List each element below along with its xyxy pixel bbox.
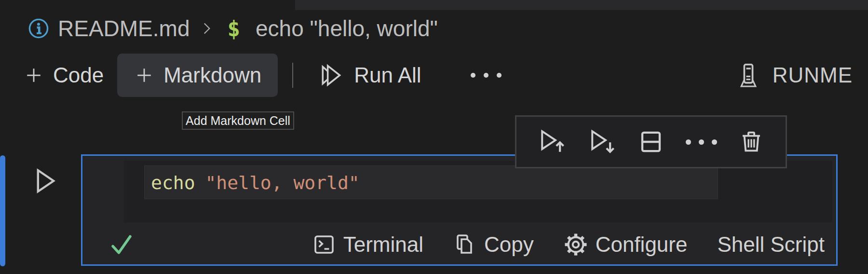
run-cell-button[interactable] <box>30 166 60 196</box>
split-cell-icon[interactable] <box>638 129 664 155</box>
run-all-label: Run All <box>354 63 421 87</box>
run-all-icon <box>319 62 345 88</box>
run-all-button[interactable]: Run All <box>308 54 433 97</box>
add-code-cell-button[interactable]: Code <box>12 54 115 97</box>
add-code-label: Code <box>53 63 104 87</box>
code-line[interactable]: echo"hello, world" <box>151 170 360 195</box>
chevron-right-icon <box>198 20 216 37</box>
terminal-label: Terminal <box>343 233 423 257</box>
check-icon <box>108 232 135 258</box>
code-keyword: echo <box>151 172 195 193</box>
editor-tab-strip <box>0 0 868 10</box>
info-icon[interactable] <box>27 17 50 40</box>
more-actions-icon[interactable] <box>686 139 717 145</box>
more-actions-icon[interactable] <box>467 54 505 97</box>
copy-icon <box>453 233 476 256</box>
language-label: Shell Script <box>717 233 825 257</box>
tooltip: Add Markdown Cell <box>182 111 294 130</box>
code-string: "hello, world" <box>205 172 359 193</box>
configure-label: Configure <box>596 233 688 257</box>
runme-label: RUNME <box>773 63 853 87</box>
breadcrumb-shell-symbol[interactable]: $ <box>227 16 240 41</box>
copy-button[interactable]: Copy <box>453 233 534 257</box>
configure-button[interactable]: Configure <box>564 233 688 257</box>
cell-status-bar: Terminal Copy <box>95 229 825 260</box>
plus-icon <box>23 65 44 86</box>
cell-toolbar <box>515 115 787 168</box>
execute-cell-and-below-icon[interactable] <box>588 127 617 156</box>
terminal-button[interactable]: Terminal <box>312 233 423 257</box>
gear-icon <box>564 233 588 257</box>
tooltip-text: Add Markdown Cell <box>186 114 290 128</box>
copy-label: Copy <box>484 233 534 257</box>
terminal-icon <box>312 233 336 256</box>
breadcrumb-cell-command[interactable]: echo "hello, world" <box>256 15 438 41</box>
add-markdown-label: Markdown <box>163 63 261 87</box>
runme-kernel-button[interactable]: RUNME <box>735 60 856 91</box>
execute-above-icon[interactable] <box>538 127 567 156</box>
toolbar-separator <box>292 63 293 88</box>
cell-language-picker[interactable]: Shell Script <box>717 233 825 257</box>
notebook-toolbar: Code Markdown Run All <box>12 52 856 98</box>
add-markdown-cell-button[interactable]: Markdown <box>117 54 278 97</box>
focused-cell-indicator <box>0 155 5 266</box>
breadcrumb: README.md $ echo "hello, world" <box>27 13 438 44</box>
plus-icon <box>134 65 155 86</box>
notebook-editor: README.md $ echo "hello, world" Code <box>0 0 868 274</box>
runme-logo-icon <box>735 60 762 91</box>
breadcrumb-file[interactable]: README.md <box>58 15 190 41</box>
active-tab-region <box>0 0 295 10</box>
code-cell: echo"hello, world" Terminal <box>81 154 838 266</box>
cell-code-editor[interactable]: echo"hello, world" <box>124 161 832 222</box>
delete-cell-icon[interactable] <box>738 129 764 155</box>
